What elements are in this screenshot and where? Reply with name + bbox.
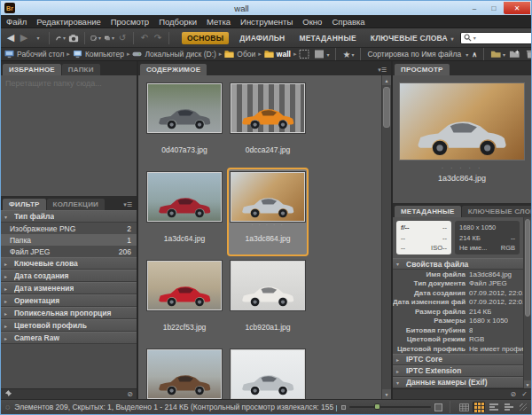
menu-item-0[interactable]: Файл bbox=[6, 17, 27, 27]
grid-item-selected[interactable]: · · · · ·1a3dc864.jpg bbox=[227, 168, 309, 256]
workspace-tab-3[interactable]: КЛЮЧЕВЫЕ СЛОВА ▾ bbox=[367, 32, 458, 44]
star-filter-icon[interactable]: ★▾ bbox=[342, 47, 354, 61]
search-input[interactable] bbox=[478, 34, 532, 43]
back-icon[interactable]: ◀ bbox=[5, 31, 16, 45]
workspace-tab-1[interactable]: ДИАФИЛЬН bbox=[236, 32, 288, 44]
list-view-icon[interactable] bbox=[503, 402, 515, 412]
workspace-tab-2[interactable]: МЕТАДАННЫЕ bbox=[295, 32, 359, 44]
rotate-cw-icon[interactable]: ↷ bbox=[153, 31, 163, 45]
sort-dropdown-icon[interactable]: ▾ bbox=[466, 51, 468, 58]
larger-thumbnails-icon[interactable] bbox=[434, 403, 442, 411]
filter-group-2[interactable]: ▸Дата создания bbox=[1, 270, 137, 282]
slider-handle[interactable] bbox=[374, 403, 380, 410]
tab-preview[interactable]: ПРОСМОТР bbox=[395, 64, 450, 75]
tab-favorites-1[interactable]: ПАПКИ bbox=[62, 64, 100, 75]
thumbnail-size-slider[interactable] bbox=[349, 406, 431, 408]
grid-item[interactable]: 2baa83b2.jpg bbox=[227, 345, 309, 399]
minimize-button[interactable]: – bbox=[465, 2, 484, 14]
content-scrollbar[interactable]: ▲ ▼ bbox=[381, 75, 391, 399]
panel-menu-icon[interactable]: ▾☰ bbox=[378, 67, 389, 75]
metadata-scroll-thumb[interactable] bbox=[525, 219, 530, 317]
favorites-body[interactable]: Перетащите папку сюда... bbox=[1, 75, 137, 196]
chevron-down-icon[interactable]: ▾ bbox=[33, 31, 43, 45]
menu-item-2[interactable]: Просмотр bbox=[111, 17, 149, 27]
apply-icon[interactable]: ✓ bbox=[521, 391, 528, 398]
sync-icon[interactable]: ↺ bbox=[117, 31, 128, 45]
grid-item[interactable]: 1cb920a1.jpg bbox=[227, 256, 309, 345]
clear-filter-icon[interactable]: ⊘ bbox=[127, 391, 133, 398]
preview-image[interactable] bbox=[399, 82, 525, 161]
camera-import-icon[interactable] bbox=[68, 31, 79, 45]
metadata-section-2[interactable]: ▾Данные камеры (Exif) bbox=[393, 377, 523, 388]
tab-favorites-0[interactable]: ИЗБРАННОЕ bbox=[3, 64, 61, 75]
metadata-scroll-down-icon[interactable]: ▼ bbox=[524, 380, 531, 388]
smaller-thumbnails-icon[interactable] bbox=[341, 405, 346, 410]
filter-item-0-2[interactable]: Файл JPEG206 bbox=[1, 246, 137, 257]
metadata-scrollbar[interactable]: ▼ bbox=[523, 217, 531, 388]
grid-item[interactable]: 1b22cf53.jpg bbox=[144, 256, 225, 345]
search-box[interactable]: ▾ bbox=[460, 32, 532, 44]
filter-group-7[interactable]: ▸Camera Raw bbox=[1, 332, 137, 344]
maximize-button[interactable]: □ bbox=[484, 2, 504, 14]
breadcrumb-item-4[interactable]: wall bbox=[264, 50, 291, 59]
preview-rating-dots[interactable]: · · · · · bbox=[442, 165, 482, 171]
filter-item-0-0[interactable]: Изображение PNG2 bbox=[1, 223, 137, 234]
menu-item-3[interactable]: Подборки bbox=[159, 17, 197, 27]
refine-icon[interactable]: ▾ bbox=[90, 31, 101, 45]
detail-view-icon[interactable] bbox=[488, 402, 500, 412]
filter-group-5[interactable]: ▸Попиксельная пропорция bbox=[1, 307, 137, 319]
thumbnail-quality-icon[interactable] bbox=[299, 47, 310, 61]
rotate-ccw-icon[interactable]: ↶ bbox=[139, 31, 150, 45]
breadcrumb-item-3[interactable]: Обои bbox=[224, 50, 255, 59]
grid-item[interactable]: 0dcca247.jpg bbox=[227, 79, 309, 168]
grid-item[interactable]: 1a3dc64.jpg bbox=[144, 168, 225, 256]
breadcrumb-item-2[interactable]: Локальный диск (D:) bbox=[132, 50, 215, 59]
sort-label[interactable]: Сортировка по Имя файла bbox=[367, 50, 461, 59]
menu-item-1[interactable]: Редактирование bbox=[36, 17, 100, 27]
new-folder-icon[interactable] bbox=[509, 47, 520, 61]
metadata-section-file-properties[interactable]: ▾Свойства файла bbox=[393, 258, 523, 270]
breadcrumb-item-1[interactable]: Компьютер bbox=[73, 50, 124, 59]
filter-group-0[interactable]: ▾Тип файла bbox=[1, 210, 137, 223]
open-folder-icon[interactable]: ▾ bbox=[490, 47, 505, 61]
filter-group-4[interactable]: ▸Ориентация bbox=[1, 294, 137, 307]
breadcrumb-item-0[interactable]: Рабочий стол bbox=[4, 50, 64, 59]
tab-filter-1[interactable]: КОЛЛЕКЦИИ bbox=[47, 199, 106, 210]
close-button[interactable]: ✕ bbox=[504, 2, 530, 14]
sort-ascending-icon[interactable]: ∧ bbox=[472, 51, 477, 59]
search-dropdown-icon[interactable]: ▾ bbox=[473, 35, 476, 41]
thumbnail-view-icon[interactable] bbox=[473, 402, 485, 412]
grid-item[interactable]: 2a0a7376.jpg bbox=[144, 345, 225, 399]
filter-item-0-1[interactable]: Папка1 bbox=[1, 234, 137, 246]
preview-quality-icon[interactable]: ▾ bbox=[314, 47, 329, 61]
resize-grip[interactable] bbox=[520, 403, 527, 411]
forward-icon[interactable]: ▶ bbox=[19, 31, 29, 45]
menu-item-4[interactable]: Метка bbox=[207, 17, 231, 27]
pin-filter-icon[interactable] bbox=[4, 389, 12, 399]
metadata-section-1[interactable]: ▸IPTC Extension bbox=[393, 365, 523, 377]
filter-group-3[interactable]: ▸Дата изменения bbox=[1, 282, 137, 294]
metadata-section-0[interactable]: ▸IPTC Core bbox=[393, 354, 523, 365]
workspace-tab-0[interactable]: ОСНОВЫ bbox=[182, 32, 229, 44]
grid-item[interactable]: 0d407a73.jpg bbox=[144, 79, 225, 168]
menu-item-5[interactable]: Инструменты bbox=[240, 17, 293, 27]
trash-icon[interactable] bbox=[524, 47, 532, 61]
output-stack-icon[interactable]: ▾ bbox=[104, 31, 114, 45]
scroll-up-icon[interactable]: ▲ bbox=[382, 75, 391, 85]
grid-lock-view-icon[interactable] bbox=[458, 402, 470, 412]
menu-item-7[interactable]: Справка bbox=[332, 17, 364, 27]
tab-content[interactable]: СОДЕРЖИМОЕ bbox=[140, 64, 207, 75]
title-bar[interactable]: Br wall – □ ✕ bbox=[1, 1, 531, 15]
tab-metadata-0[interactable]: МЕТАДАННЫЕ bbox=[395, 206, 461, 217]
boomerang-icon[interactable]: ▾ bbox=[55, 31, 66, 45]
panel-menu-icon[interactable]: ▾☰ bbox=[123, 201, 135, 210]
tab-filter-0[interactable]: ФИЛЬТР bbox=[3, 199, 46, 210]
cancel-icon[interactable]: ⊘ bbox=[511, 391, 517, 398]
scroll-thumb[interactable] bbox=[383, 87, 390, 128]
tab-metadata-1[interactable]: КЛЮЧЕВЫЕ СЛОВА bbox=[462, 206, 532, 217]
scroll-down-icon[interactable]: ▼ bbox=[382, 389, 391, 399]
filter-group-6[interactable]: ▸Цветовой профиль bbox=[1, 319, 137, 332]
menu-item-6[interactable]: Окно bbox=[302, 17, 322, 27]
scroll-track[interactable] bbox=[382, 85, 391, 389]
filter-group-1[interactable]: ▸Ключевые слова bbox=[1, 257, 137, 270]
